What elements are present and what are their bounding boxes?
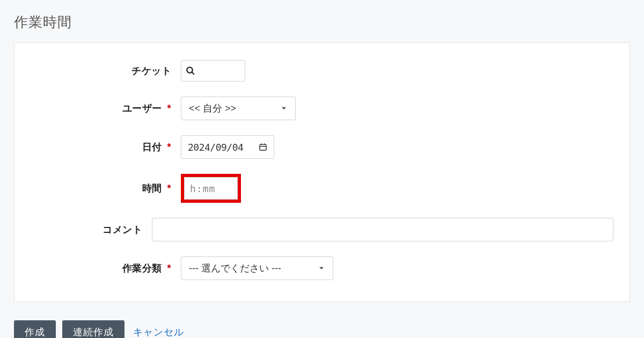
required-marker: * [167, 103, 171, 114]
time-placeholder: h:mm [190, 183, 215, 194]
form-actions: 作成 連続作成 キャンセル [14, 320, 630, 338]
chevron-down-icon [318, 264, 325, 272]
comment-label: コメント [31, 223, 152, 236]
time-field: h:mm [181, 174, 241, 203]
user-select[interactable]: << 自分 >> [181, 97, 296, 120]
user-select-value: << 自分 >> [189, 102, 236, 115]
form-row-ticket: チケット [31, 60, 613, 82]
page-title: 作業時間 [14, 13, 630, 32]
search-icon [186, 66, 195, 76]
date-input[interactable]: 2024/09/04 [181, 135, 274, 159]
activity-select-value: --- 選んでください --- [189, 262, 281, 275]
form-row-comment: コメント [31, 218, 613, 241]
comment-field [152, 218, 613, 241]
user-field: << 自分 >> [181, 97, 296, 120]
svg-rect-2 [260, 144, 266, 150]
form-row-time: 時間 * h:mm [31, 174, 613, 203]
cancel-link[interactable]: キャンセル [133, 326, 184, 338]
activity-label: 作業分類 * [31, 262, 181, 275]
date-field: 2024/09/04 [181, 135, 274, 159]
required-marker: * [167, 142, 171, 152]
svg-line-1 [192, 72, 194, 75]
ticket-label-text: チケット [131, 65, 171, 76]
time-label-text: 時間 [142, 183, 162, 194]
activity-label-text: 作業分類 [122, 263, 162, 274]
activity-field: --- 選んでください --- [181, 256, 333, 280]
user-label-text: ユーザー [122, 103, 162, 114]
ticket-field [181, 60, 245, 82]
svg-point-0 [187, 67, 193, 73]
form-row-user: ユーザー * << 自分 >> [31, 97, 613, 120]
ticket-label: チケット [31, 64, 181, 77]
time-label: 時間 * [31, 182, 181, 195]
comment-input[interactable] [152, 218, 613, 241]
form-panel: チケット ユーザー * << 自分 >> [14, 42, 630, 302]
user-label: ユーザー * [31, 102, 181, 115]
date-value: 2024/09/04 [188, 142, 243, 153]
time-highlight-box: h:mm [181, 174, 241, 203]
calendar-icon [259, 143, 267, 151]
ticket-input[interactable] [181, 60, 245, 82]
create-button[interactable]: 作成 [14, 320, 56, 338]
comment-label-text: コメント [103, 224, 142, 235]
chevron-down-icon [280, 105, 288, 112]
form-row-activity: 作業分類 * --- 選んでください --- [31, 256, 613, 280]
required-marker: * [167, 183, 171, 194]
create-continue-button[interactable]: 連続作成 [62, 320, 125, 338]
required-marker: * [167, 263, 171, 274]
activity-select[interactable]: --- 選んでください --- [181, 256, 333, 280]
date-label-text: 日付 [142, 142, 162, 152]
date-label: 日付 * [31, 141, 181, 153]
form-row-date: 日付 * 2024/09/04 [31, 135, 613, 159]
time-input[interactable]: h:mm [184, 177, 238, 200]
